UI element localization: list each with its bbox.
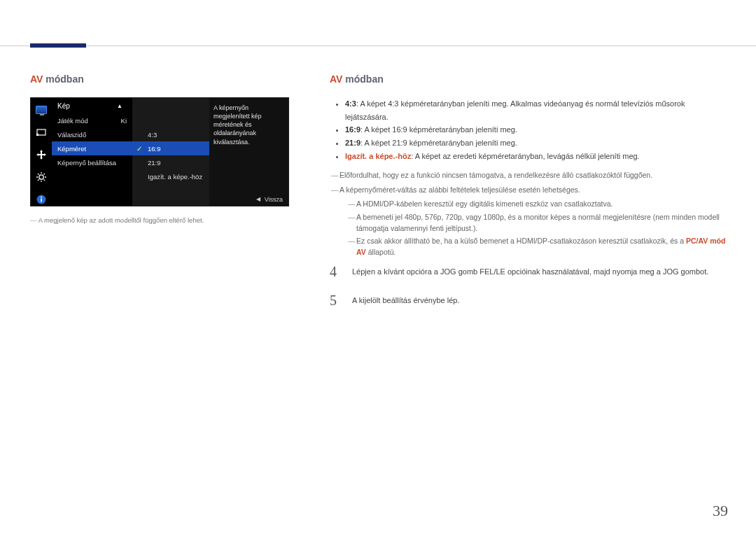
- osd-item-label: Válaszidő: [57, 131, 86, 139]
- bullet-accent: Igazít. a képe.-höz: [345, 152, 411, 160]
- osd-option-label: Igazít. a képe.-höz: [148, 173, 202, 181]
- osd-menu-list: Kép ▲ Játék mód Ki Válaszidő K: [52, 98, 132, 206]
- osd-option-fit: Igazít. a képe.-höz: [132, 169, 209, 183]
- info-icon: [35, 193, 48, 206]
- bullet-text: : A képet 16:9 képméretarányban jeleníti…: [360, 125, 517, 134]
- step-number: 5: [330, 293, 342, 309]
- bullet-16-9: 16:9: A képet 16:9 képméretarányban jele…: [345, 123, 726, 136]
- note-unsupported: Előfordulhat, hogy ez a funkció nincsen …: [331, 169, 726, 181]
- monitor-icon: [35, 104, 48, 116]
- osd-caption: A megjelenő kép az adott modelltől függő…: [30, 216, 312, 224]
- page-number: 39: [713, 502, 728, 520]
- triangle-up-icon: ▲: [117, 103, 122, 109]
- osd-item-label: Képernyő beállítása: [57, 159, 116, 167]
- title-rest: módban: [43, 73, 83, 85]
- subnote-hdmi: A HDMI/DP-kábelen keresztül egy digitáli…: [348, 199, 726, 210]
- step-text: A kijelölt beállítás érvénybe lép.: [352, 293, 459, 307]
- osd-title: Kép: [57, 102, 70, 110]
- aspect-ratio-bullets: 4:3: A képet 4:3 képméretarányban jelení…: [342, 97, 726, 162]
- subnote-pre: Ez csak akkor állítható be, ha a külső b…: [356, 237, 686, 245]
- osd-footer: ◀ Vissza: [251, 193, 288, 206]
- title-rest: módban: [342, 73, 383, 85]
- triangle-left-icon: ◀: [256, 196, 260, 204]
- osd-sidebar-icons: [31, 98, 52, 206]
- osd-help-panel: A képernyőn megjelenített kép méretének …: [209, 98, 288, 206]
- osd-option-label: 4:3: [148, 131, 157, 139]
- bullet-bold: 16:9: [345, 125, 360, 134]
- svg-line-7: [38, 174, 39, 175]
- bullet-text: : A képet az eredeti képméretarányban, l…: [411, 152, 640, 160]
- bullet-bold: 21:9: [345, 139, 360, 147]
- osd-item-label: Képméret: [57, 145, 86, 153]
- gear-icon: [35, 171, 48, 183]
- step-text: Lépjen a kívánt opcióra a JOG gomb FEL/L…: [352, 264, 708, 279]
- svg-rect-1: [36, 134, 38, 136]
- svg-line-10: [44, 174, 46, 175]
- osd-item-value: Ki: [121, 117, 127, 125]
- osd-item-response: Válaszidő: [52, 127, 132, 141]
- header-accent-bar: [30, 43, 86, 48]
- bullet-text: : A képet 4:3 képméretarányban jeleníti …: [345, 99, 685, 121]
- osd-option-4-3: 4:3: [132, 127, 209, 141]
- left-column: AV módban: [30, 73, 312, 321]
- steps-list: 4 Lépjen a kívánt opcióra a JOG gomb FEL…: [330, 264, 726, 309]
- osd-screenshot: Kép ▲ Játék mód Ki Válaszidő K: [30, 97, 312, 206]
- rectangle-icon: [35, 126, 48, 139]
- osd-item-label: Játék mód: [57, 117, 88, 125]
- bullet-21-9: 21:9: A képet 21:9 képméretarányban jele…: [345, 136, 726, 150]
- step-number: 4: [330, 264, 342, 280]
- svg-point-2: [39, 175, 43, 179]
- osd-item-screen-adjust: Képernyő beállítása: [52, 155, 132, 169]
- osd-option-label: 16:9: [148, 145, 161, 153]
- right-section-title: AV módban: [330, 73, 726, 85]
- svg-line-9: [38, 180, 39, 181]
- osd-back-label: Vissza: [265, 195, 283, 204]
- step-4: 4 Lépjen a kívánt opcióra a JOG gomb FEL…: [330, 264, 726, 280]
- subnote-post: állapotú.: [366, 248, 396, 256]
- subnote-signal: A bemeneti jel 480p, 576p, 720p, vagy 10…: [348, 212, 726, 234]
- title-accent: AV: [330, 73, 342, 85]
- osd-item-game-mode: Játék mód Ki: [52, 113, 132, 127]
- right-column: AV módban 4:3: A képet 4:3 képméretarány…: [330, 73, 726, 321]
- subnote-pcav: Ez csak akkor állítható be, ha a külső b…: [348, 236, 726, 258]
- osd-option-label: 21:9: [148, 159, 161, 167]
- move-icon: [35, 148, 48, 161]
- osd-option-list: 4:3 ✓ 16:9 21:9 Igazít. a képe.-höz: [132, 98, 209, 206]
- check-icon: ✓: [136, 145, 142, 153]
- step-5: 5 A kijelölt beállítás érvénybe lép.: [330, 293, 726, 309]
- bullet-bold: 4:3: [345, 99, 356, 108]
- header-rule: [0, 45, 756, 46]
- osd-option-21-9: 21:9: [132, 155, 209, 169]
- note-conditions: A képernyőméret-váltás az alábbi feltéte…: [331, 184, 726, 196]
- osd-help-text: A képernyőn megjelenített kép méretének …: [214, 104, 262, 146]
- svg-point-12: [41, 197, 42, 198]
- bullet-fit: Igazít. a képe.-höz: A képet az eredeti …: [345, 150, 726, 163]
- bullet-text: : A képet 21:9 képméretarányban jeleníti…: [360, 139, 517, 147]
- svg-rect-13: [41, 199, 42, 202]
- svg-line-8: [44, 180, 46, 181]
- osd-header: Kép ▲: [52, 98, 132, 113]
- osd-item-picture-size: Képméret: [52, 141, 132, 155]
- left-section-title: AV módban: [30, 73, 312, 85]
- bullet-4-3: 4:3: A képet 4:3 képméretarányban jelení…: [345, 97, 726, 123]
- title-accent: AV: [30, 73, 43, 85]
- osd-option-16-9: ✓ 16:9: [132, 141, 209, 155]
